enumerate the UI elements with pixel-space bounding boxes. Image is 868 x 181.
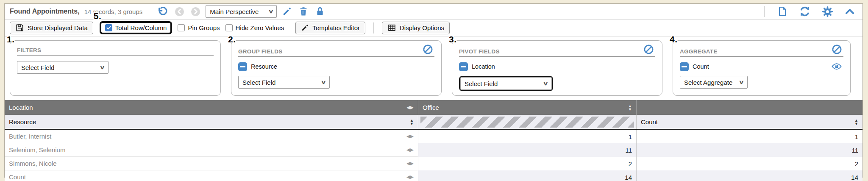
- pivot-header-row: Location ◀▶ Office ▲▼: [5, 100, 862, 115]
- pivot-field-select-value: Select Field: [465, 80, 498, 87]
- filters-panel: 1. FILTERS Select Field ∨: [10, 40, 221, 96]
- aggregate-chip-row: Count: [680, 62, 843, 71]
- store-displayed-data-button[interactable]: Store Displayed Data: [10, 22, 93, 34]
- minus-icon: [461, 66, 466, 68]
- lock-icon: [315, 6, 325, 17]
- app-window: Found Appointments, 14 records, 3 groups: [0, 0, 868, 181]
- clear-pivot-fields-button[interactable]: [642, 44, 655, 55]
- refresh-icon: [799, 6, 811, 17]
- checkbox-unchecked-icon[interactable]: [178, 24, 185, 31]
- remove-field-button[interactable]: [238, 62, 247, 71]
- pivot-fields-title: PIVOT FIELDS: [459, 48, 500, 55]
- nav-forward-button[interactable]: [189, 7, 202, 17]
- remove-field-button[interactable]: [680, 62, 689, 71]
- no-sign-icon: [423, 44, 433, 55]
- lock-perspective-button[interactable]: [314, 6, 326, 17]
- nav-back-button[interactable]: [173, 7, 186, 17]
- refresh-button[interactable]: [798, 6, 812, 17]
- table-row[interactable]: Count ◀▶ 14 14: [5, 170, 862, 181]
- pivot-table: Location ◀▶ Office ▲▼ Resource ▲▼: [5, 100, 862, 181]
- office-value-cell: 2: [418, 157, 636, 170]
- collapse-panel-button[interactable]: [843, 6, 857, 17]
- group-field-chip-row: Resource: [238, 62, 434, 71]
- group-fields-title: GROUP FIELDS: [238, 48, 283, 55]
- group-field-select[interactable]: Select Field ∨: [238, 76, 330, 89]
- chevron-down-icon: ∨: [543, 81, 548, 86]
- table-grid-icon: [387, 23, 396, 32]
- total-row-column-checkbox[interactable]: Total Row/Column: [105, 24, 167, 31]
- pin-groups-checkbox[interactable]: Pin Groups: [178, 24, 220, 31]
- annotation-2: 2.: [228, 34, 236, 45]
- aggregate-chip: Count: [680, 62, 709, 71]
- header-right-icons: [762, 6, 857, 17]
- chevron-down-icon: ∨: [321, 79, 326, 85]
- display-options-button[interactable]: Display Options: [382, 22, 450, 34]
- field-panels: 1. FILTERS Select Field ∨ 2. GROUP FIELD…: [5, 36, 862, 100]
- diagonal-stripes-pattern: [420, 117, 634, 128]
- total-row-column-label: Total Row/Column: [115, 24, 167, 31]
- hide-zero-values-checkbox[interactable]: Hide Zero Values: [225, 24, 284, 31]
- sort-icon[interactable]: ▲▼: [628, 104, 632, 111]
- row-label-cell[interactable]: Count ◀▶: [5, 170, 418, 181]
- row-resize-icon[interactable]: ◀▶: [406, 161, 414, 166]
- row-label-cell[interactable]: Butler, Internist ◀▶: [5, 130, 418, 143]
- group-fields-panel: 2. GROUP FIELDS: [231, 40, 442, 96]
- office-column-label: Office: [423, 104, 439, 111]
- hatched-cell: [418, 115, 636, 129]
- row-resize-icon[interactable]: ◀▶: [406, 174, 414, 180]
- row-label-cell[interactable]: Selenium, Selenium ◀▶: [5, 143, 418, 157]
- clear-group-fields-button[interactable]: [421, 44, 434, 55]
- toggle-visibility-button[interactable]: [830, 61, 843, 72]
- resource-row-label: Resource: [9, 118, 36, 125]
- undo-icon: [157, 6, 168, 17]
- aggregate-select[interactable]: Select Aggregate ∨: [680, 76, 748, 89]
- remove-field-button[interactable]: [459, 62, 468, 71]
- hide-zero-values-label: Hide Zero Values: [236, 24, 284, 31]
- delete-perspective-button[interactable]: [297, 6, 310, 17]
- sort-down-icon: ▼: [628, 108, 632, 111]
- location-column-label: Location: [9, 104, 33, 111]
- sort-icon[interactable]: ▲▼: [410, 119, 414, 125]
- checkbox-checked-icon[interactable]: [105, 24, 112, 31]
- sort-icon[interactable]: ▲▼: [854, 119, 858, 125]
- undo-button[interactable]: [156, 6, 170, 17]
- table-row[interactable]: Simmons, Nicole ◀▶ 2 2: [5, 157, 862, 170]
- pivot-field-select[interactable]: Select Field ∨: [460, 77, 552, 90]
- column-resize-icon[interactable]: ◀▶: [406, 105, 414, 110]
- location-column-header[interactable]: Location ◀▶: [5, 100, 418, 115]
- page-title: Found Appointments,: [10, 8, 80, 15]
- row-resize-icon[interactable]: ◀▶: [406, 134, 414, 139]
- new-document-button[interactable]: [776, 6, 789, 17]
- aggregate-chip-label: Count: [693, 63, 709, 70]
- divider: [764, 6, 765, 17]
- row-resize-icon[interactable]: ◀▶: [406, 147, 414, 153]
- clear-aggregate-button[interactable]: [830, 44, 843, 55]
- settings-button[interactable]: [821, 6, 835, 17]
- templates-editor-button[interactable]: Templates Editor: [295, 22, 365, 34]
- resource-row-header[interactable]: Resource ▲▼: [5, 115, 418, 129]
- annotation-3: 3.: [449, 34, 457, 45]
- minus-icon: [240, 66, 245, 68]
- office-value-cell: 11: [418, 143, 636, 157]
- filters-field-select[interactable]: Select Field ∨: [17, 61, 108, 74]
- row-label-cell[interactable]: Simmons, Nicole ◀▶: [5, 157, 418, 170]
- table-row[interactable]: Butler, Internist ◀▶ 1 1: [5, 130, 862, 143]
- edit-perspective-button[interactable]: [281, 6, 293, 17]
- dimension-header-row: Resource ▲▼ Count ▲▼: [5, 115, 862, 130]
- filters-field-select-value: Select Field: [21, 64, 54, 71]
- pivot-field-chip-row: Location: [459, 62, 655, 71]
- count-value-cell: 2: [636, 157, 862, 170]
- count-column-header[interactable]: Count ▲▼: [636, 115, 862, 129]
- group-fields-panel-header: GROUP FIELDS: [238, 44, 434, 57]
- perspective-select[interactable]: Main Perspective ∨: [206, 5, 277, 18]
- office-column-header[interactable]: Office ▲▼: [418, 100, 636, 115]
- report-panel: Found Appointments, 14 records, 3 groups: [4, 3, 863, 178]
- checkbox-unchecked-icon[interactable]: [225, 24, 233, 31]
- aggregate-panel: 4. AGGREGATE Co: [673, 40, 851, 96]
- toolbar: Store Displayed Data 5. Total Row/Column…: [5, 19, 862, 36]
- table-row[interactable]: Selenium, Selenium ◀▶ 11 11: [5, 143, 862, 157]
- pencil-icon: [282, 6, 292, 17]
- file-icon: [777, 6, 788, 17]
- pivot-field-chip-label: Location: [472, 63, 495, 70]
- group-field-select-value: Select Field: [242, 79, 275, 86]
